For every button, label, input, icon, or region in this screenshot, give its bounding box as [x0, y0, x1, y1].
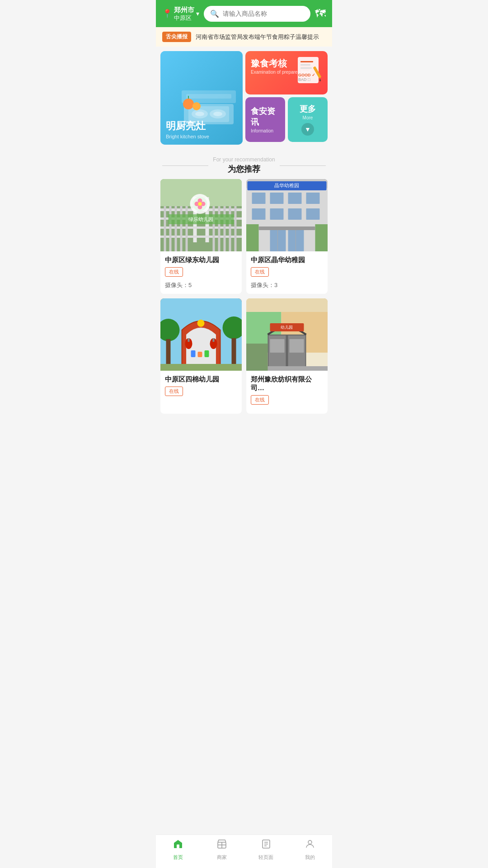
venues-grid: 绿乐幼儿园 中原区绿东幼儿园 在线 摄像头：5: [156, 179, 332, 414]
svg-rect-13: [300, 64, 310, 66]
location-text: 郑州市 中原区: [174, 5, 194, 22]
svg-rect-54: [288, 208, 302, 220]
venue-info-2: 中原区晶华幼稚园 在线 摄像头：3: [246, 251, 328, 294]
svg-rect-63: [246, 224, 259, 251]
venue-status-2: 在线: [251, 267, 269, 277]
svg-rect-73: [188, 338, 190, 342]
svg-rect-52: [252, 208, 266, 220]
rec-title-en: For your recommendation: [213, 156, 275, 163]
card-more-title: 更多: [300, 104, 316, 114]
notice-text: 河南省市场监管局发布端午节食用粽子温馨提示: [196, 33, 319, 41]
svg-rect-77: [205, 350, 209, 357]
svg-rect-35: [229, 206, 231, 251]
venue-cameras-1: 摄像头：5: [165, 281, 237, 289]
location-pin-icon: 📍: [162, 9, 172, 19]
svg-rect-87: [290, 339, 304, 353]
header-bar: 📍 郑州市 中原区 ▾ 🔍 🗺: [156, 0, 332, 27]
card-bright-kitchen-title: 明厨亮灶: [166, 119, 237, 133]
venue-image-1: 绿乐幼儿园: [160, 179, 242, 251]
search-bar[interactable]: 🔍: [204, 6, 310, 22]
venue-card-3[interactable]: 中原区四棉幼儿园 在线: [160, 298, 242, 414]
card-food-info-subtitle: Information: [251, 128, 280, 133]
cards-bottom-row: 食安资讯 Information 更多 More ▼: [245, 97, 328, 142]
venue-info-1: 中原区绿东幼儿园 在线 摄像头：5: [160, 251, 242, 294]
card-food-exam[interactable]: 豫食考核 Examination of prepared food GOOD ✓…: [245, 51, 328, 94]
divider-left: [162, 165, 208, 166]
card-more-subtitle: More: [303, 115, 313, 120]
svg-rect-78: [160, 364, 242, 371]
svg-rect-28: [169, 206, 172, 251]
card-food-info-title: 食安资讯: [251, 106, 280, 127]
notice-tag: 舌尖播报: [162, 32, 191, 42]
card-more[interactable]: 更多 More ▼: [288, 97, 328, 142]
svg-text:晶华幼稚园: 晶华幼稚园: [274, 183, 299, 188]
svg-rect-12: [300, 61, 313, 62]
search-icon: 🔍: [210, 9, 219, 18]
location-city: 郑州市: [174, 5, 194, 14]
venue-cameras-2: 摄像头：3: [251, 281, 323, 289]
chevron-down-icon: ▼: [301, 123, 314, 136]
venue-name-2: 中原区晶华幼稚园: [251, 256, 323, 264]
svg-rect-62: [259, 226, 315, 230]
svg-text:GOOD ✓: GOOD ✓: [298, 73, 315, 77]
svg-rect-34: [224, 206, 226, 251]
svg-rect-27: [164, 206, 166, 251]
svg-rect-29: [175, 206, 177, 251]
recommendation-header: For your recommendation 为您推荐: [156, 149, 332, 179]
svg-rect-74: [213, 338, 215, 342]
venue-image-3: [160, 298, 242, 371]
venue-status-4: 在线: [251, 395, 269, 405]
venue-status-3: 在线: [165, 387, 183, 396]
svg-point-43: [198, 202, 202, 206]
svg-rect-51: [306, 193, 320, 204]
venue-card-1[interactable]: 绿乐幼儿园 中原区绿东幼儿园 在线 摄像头：5: [160, 179, 242, 294]
notice-bar[interactable]: 舌尖播报 河南省市场监管局发布端午节食用粽子温馨提示: [156, 27, 332, 47]
venue-status-1: 在线: [165, 267, 183, 277]
svg-point-70: [197, 320, 205, 327]
venue-image-2: 晶华幼稚园: [246, 179, 328, 251]
svg-rect-33: [218, 206, 221, 251]
svg-rect-49: [270, 193, 284, 204]
venue-card-2[interactable]: 晶华幼稚园 中原区晶华幼稚园 在线 摄像头：3: [246, 179, 328, 294]
feature-cards: 明厨亮灶 Bright kitchen stove 豫食考核 Examinati…: [156, 47, 332, 149]
venue-info-3: 中原区四棉幼儿园 在线: [160, 371, 242, 405]
chevron-down-icon: ▾: [196, 10, 199, 17]
svg-rect-75: [191, 350, 196, 357]
divider-right: [280, 165, 326, 166]
checklist-icon: GOOD ✓ BAD □: [292, 55, 324, 86]
svg-marker-18: [319, 79, 321, 82]
svg-text:BAD □: BAD □: [298, 77, 310, 82]
location-district: 中原区: [174, 14, 194, 22]
card-food-info[interactable]: 食安资讯 Information: [245, 97, 285, 142]
venue-card-4[interactable]: 幼儿园 郑州豫欣纺织有限公司… 在线: [246, 298, 328, 414]
header: 📍 郑州市 中原区 ▾ 🔍 🗺: [156, 0, 332, 27]
svg-rect-50: [288, 193, 302, 204]
venue-name-1: 中原区绿东幼儿园: [165, 256, 237, 264]
location-button[interactable]: 📍 郑州市 中原区 ▾: [162, 5, 199, 22]
venue-name-4: 郑州豫欣纺织有限公司…: [251, 375, 323, 392]
svg-rect-14: [300, 67, 312, 69]
card-bright-kitchen[interactable]: 明厨亮灶 Bright kitchen stove: [160, 51, 243, 145]
svg-rect-64: [315, 224, 328, 251]
svg-rect-31: [186, 206, 188, 251]
svg-text:绿乐幼儿园: 绿乐幼儿园: [188, 217, 213, 222]
venue-info-4: 郑州豫欣纺织有限公司… 在线: [246, 371, 328, 414]
svg-rect-48: [252, 193, 266, 204]
rec-title-zh: 为您推荐: [213, 164, 275, 175]
svg-rect-55: [306, 208, 320, 220]
venue-name-3: 中原区四棉幼儿园: [165, 375, 237, 384]
search-input[interactable]: [223, 10, 304, 17]
recommendation-title: For your recommendation 为您推荐: [213, 156, 275, 175]
svg-rect-86: [270, 339, 285, 353]
svg-rect-36: [235, 206, 237, 251]
svg-rect-32: [213, 206, 215, 251]
map-icon[interactable]: 🗺: [315, 7, 326, 20]
venue-image-4: 幼儿园: [246, 298, 328, 371]
svg-rect-53: [270, 208, 284, 220]
svg-rect-30: [180, 206, 183, 251]
svg-text:幼儿园: 幼儿园: [281, 325, 293, 330]
svg-rect-91: [246, 344, 268, 371]
card-bright-kitchen-subtitle: Bright kitchen stove: [166, 134, 237, 139]
svg-rect-76: [198, 352, 202, 357]
